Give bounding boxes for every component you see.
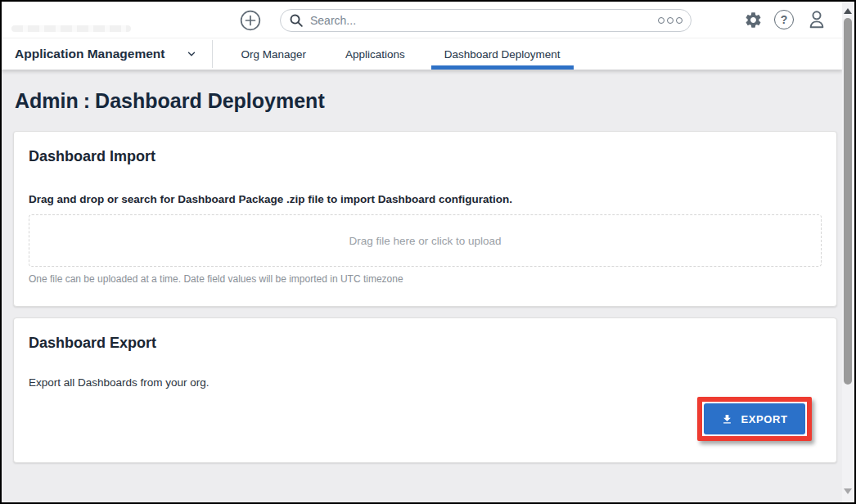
settings-button[interactable] [743, 10, 763, 29]
vertical-scrollbar [842, 2, 854, 502]
search-input[interactable] [310, 14, 658, 27]
tab-applications[interactable]: Applications [326, 38, 425, 70]
dropzone-label: Drag file here or click to upload [349, 235, 501, 247]
nav-tabs: Org Manager Applications Dashboard Deplo… [221, 38, 579, 70]
help-button[interactable]: ? [774, 10, 794, 29]
question-icon: ? [781, 13, 788, 26]
gear-icon [744, 11, 763, 29]
application-menu-label: Application Management [15, 47, 164, 61]
dashboard-export-card: Dashboard Export Export all Dashboards f… [13, 317, 837, 463]
page-title-admin: Admin [15, 89, 79, 113]
scroll-down-arrow-icon[interactable] [844, 488, 852, 494]
import-card-title: Dashboard Import [29, 148, 822, 165]
export-button[interactable]: EXPORT [704, 403, 805, 434]
user-profile-button[interactable] [806, 9, 827, 30]
person-icon [806, 9, 827, 30]
org-logo [11, 25, 131, 32]
file-dropzone[interactable]: Drag file here or click to upload [29, 214, 822, 267]
export-button-label: EXPORT [741, 413, 787, 425]
plus-circle-icon [240, 10, 261, 31]
nav-divider [212, 40, 213, 68]
tab-dashboard-deployment[interactable]: Dashboard Deployment [425, 38, 580, 70]
export-button-row: EXPORT [29, 397, 822, 441]
upload-note: One file can be uploaded at a time. Date… [29, 273, 822, 285]
scrollbar-thumb[interactable] [844, 18, 852, 385]
page-content: Admin : Dashboard Deployment Dashboard I… [2, 70, 842, 502]
scroll-up-arrow-icon[interactable] [844, 8, 852, 14]
tab-org-manager[interactable]: Org Manager [221, 38, 326, 70]
annotation-highlight: EXPORT [697, 397, 812, 441]
export-card-title: Dashboard Export [29, 335, 822, 352]
chevron-down-icon [186, 48, 197, 60]
global-search[interactable] [280, 9, 692, 32]
import-instruction: Drag and drop or search for Dashboard Pa… [29, 193, 822, 205]
app-window: ? Application Management Org Manager Ap [0, 0, 856, 504]
create-new-button[interactable] [240, 10, 261, 31]
top-bar: ? [2, 2, 842, 38]
app-nav-bar: Application Management Org Manager Appli… [2, 38, 842, 70]
page-title-section: Dashboard Deployment [95, 89, 325, 113]
search-icon [289, 13, 304, 28]
search-options-icon[interactable] [658, 17, 683, 24]
page-title-separator: : [83, 89, 90, 113]
export-description: Export all Dashboards from your org. [29, 376, 822, 389]
dashboard-import-card: Dashboard Import Drag and drop or search… [13, 131, 837, 307]
page-title: Admin : Dashboard Deployment [15, 89, 836, 113]
download-icon [721, 413, 733, 425]
application-menu[interactable]: Application Management [2, 38, 212, 70]
